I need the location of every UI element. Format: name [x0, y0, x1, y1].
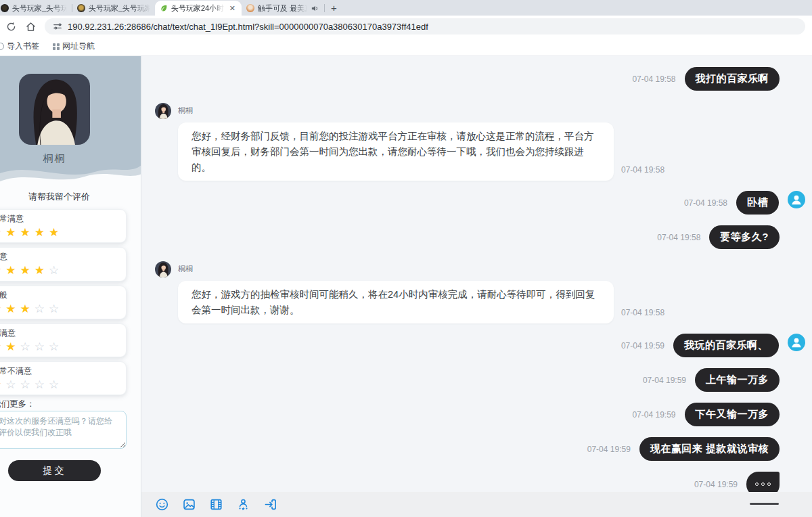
star-empty-icon[interactable]: ☆	[20, 340, 35, 353]
typing-indicator[interactable]	[746, 472, 780, 492]
star-filled-icon[interactable]: ★	[20, 226, 35, 239]
agent-avatar-photo	[19, 74, 90, 145]
browser-toolbar: 190.92.231.26:28686/chat/text/chat_1l9Ep…	[0, 16, 812, 37]
rating-card[interactable]: 一般★★★☆☆	[0, 286, 127, 319]
browser-tab-1[interactable]: 头号玩家_头号玩家游	[0, 1, 72, 16]
star-empty-icon[interactable]: ☆	[49, 302, 63, 315]
chat-composer-toolbar	[141, 492, 812, 517]
timestamp: 07-04 19:59	[694, 480, 738, 489]
user-message-row: 07-04 19:59我玩的百家乐啊、	[141, 334, 812, 357]
star-filled-icon[interactable]: ★	[20, 264, 35, 277]
star-row: ★☆☆☆☆	[0, 378, 119, 392]
star-filled-icon[interactable]: ★	[35, 264, 49, 277]
new-tab-button[interactable]: +	[325, 2, 343, 16]
star-filled-icon[interactable]: ★	[0, 226, 5, 239]
bookmark-label: 网址导航	[62, 41, 95, 52]
user-avatar-icon	[788, 191, 805, 208]
dark-gold-circle-icon	[77, 4, 85, 12]
agent-name: 桐桐	[19, 152, 90, 165]
star-row: ★★★☆☆	[0, 302, 119, 316]
feedback-textarea[interactable]	[0, 411, 127, 449]
rating-card[interactable]: 非常不满意★☆☆☆☆	[0, 361, 127, 395]
bookmark-import[interactable]: 导入书签	[0, 41, 39, 52]
rating-label: 非常不满意	[0, 365, 119, 377]
tune-icon[interactable]	[53, 22, 62, 31]
star-filled-icon[interactable]: ★	[0, 340, 5, 353]
timestamp: 07-04 19:58	[621, 308, 664, 317]
rating-card-list: 非常满意★★★★★满意★★★★☆一般★★★☆☆不满意★★☆☆☆非常不满意★☆☆☆…	[0, 209, 127, 395]
star-empty-icon[interactable]: ☆	[5, 378, 20, 391]
timestamp: 07-04 19:59	[587, 445, 631, 454]
user-avatar-icon	[788, 334, 805, 351]
star-row: ★★☆☆☆	[0, 340, 119, 354]
rating-card[interactable]: 非常满意★★★★★	[0, 209, 127, 243]
star-filled-icon[interactable]: ★	[5, 264, 20, 277]
refresh-icon[interactable]	[5, 21, 17, 32]
user-bubble[interactable]: 现在赢回来 提款就说审核	[639, 437, 780, 461]
agent-bubble[interactable]: 您好，经财务部门反馈，目前您的投注游戏平台方正在审核，请放心这是正常的流程，平台…	[178, 122, 614, 181]
agent-name: 桐桐	[178, 264, 664, 274]
user-bubble[interactable]: 我打的百家乐啊	[685, 67, 780, 91]
timestamp: 07-04 19:58	[684, 198, 727, 208]
star-row: ★★★★☆	[0, 263, 119, 277]
submit-button[interactable]: 提交	[8, 460, 101, 481]
star-filled-icon[interactable]: ★	[0, 302, 5, 315]
star-empty-icon[interactable]: ☆	[20, 378, 35, 391]
message-list[interactable]: 07-04 19:58我打的百家乐啊桐桐您好，经财务部门反馈，目前您的投注游戏平…	[141, 56, 812, 492]
agent-bubble[interactable]: 您好，游戏方的抽检审核时间可能稍久，将在24小时内审核完成，请耐心等待即可，得到…	[178, 281, 614, 323]
emoji-icon[interactable]	[155, 497, 169, 512]
bookmark-nav[interactable]: 网址导航	[53, 41, 95, 52]
user-message-row: 07-04 19:59下午又输一万多	[141, 403, 812, 426]
video-icon[interactable]	[209, 497, 223, 512]
home-icon[interactable]	[25, 21, 37, 32]
rating-prompt: 请帮我留个评价	[28, 191, 90, 203]
rating-card[interactable]: 不满意★★☆☆☆	[0, 323, 127, 357]
rating-sidebar: 桐桐 请帮我留个评价 非常满意★★★★★满意★★★★☆一般★★★☆☆不满意★★☆…	[0, 56, 141, 517]
user-bubble[interactable]: 我玩的百家乐啊、	[673, 334, 779, 357]
close-tab-icon[interactable]: ✕	[228, 4, 237, 13]
tab-audio-speaker-icon[interactable]	[311, 4, 319, 13]
star-empty-icon[interactable]: ☆	[49, 340, 63, 353]
browser-tab-4[interactable]: 触手可及 最美真人	[242, 1, 324, 16]
star-filled-icon[interactable]: ★	[5, 302, 20, 315]
orange-circle-icon	[246, 4, 254, 12]
agent-message-row: 桐桐您好，游戏方的抽检审核时间可能稍久，将在24小时内审核完成，请耐心等待即可，…	[141, 260, 812, 323]
star-empty-icon[interactable]: ☆	[35, 378, 49, 391]
star-filled-icon[interactable]: ★	[35, 226, 49, 239]
bookmark-label: 导入书签	[7, 41, 39, 52]
browser-tab-3-active[interactable]: 头号玩家24小时在 ✕	[155, 1, 242, 16]
exit-icon[interactable]	[263, 497, 277, 512]
user-bubble[interactable]: 要等多久?	[709, 225, 780, 249]
star-empty-icon[interactable]: ☆	[49, 378, 63, 391]
user-bubble[interactable]: 上午输一万多	[695, 368, 780, 392]
user-message-row: 07-04 19:59	[141, 472, 812, 492]
star-filled-icon[interactable]: ★	[20, 302, 35, 315]
agent-message-body: 桐桐您好，经财务部门反馈，目前您的投注游戏平台方正在审核，请放心这是正常的流程，…	[178, 102, 664, 181]
url-text: 190.92.231.26:28686/chat/text/chat_1l9Ep…	[68, 22, 428, 32]
star-row: ★★★★★	[0, 225, 119, 240]
star-empty-icon[interactable]: ☆	[35, 302, 49, 315]
dark-circle-icon	[1, 4, 9, 12]
user-bubble[interactable]: 卧槽	[736, 191, 779, 215]
star-filled-icon[interactable]: ★	[0, 264, 5, 277]
rating-label: 满意	[0, 251, 119, 263]
star-filled-icon[interactable]: ★	[49, 226, 63, 239]
rating-card[interactable]: 满意★★★★☆	[0, 247, 127, 281]
rate-service-icon[interactable]	[236, 497, 250, 512]
star-empty-icon[interactable]: ☆	[35, 340, 49, 353]
user-bubble[interactable]: 下午又输一万多	[685, 403, 780, 426]
feedback-label: 告诉我们更多：	[0, 399, 141, 410]
tab-title: 头号玩家24小时在	[171, 3, 225, 14]
star-filled-icon[interactable]: ★	[5, 340, 20, 353]
browser-tab-strip: 头号玩家_头号玩家游 头号玩家_头号玩家游 头号玩家24小时在 ✕ 触手可及 最…	[0, 0, 812, 16]
page-content: 桐桐 请帮我留个评价 非常满意★★★★★满意★★★★☆一般★★★☆☆不满意★★☆…	[0, 56, 812, 517]
image-icon[interactable]	[182, 497, 196, 512]
address-bar[interactable]: 190.92.231.26:28686/chat/text/chat_1l9Ep…	[45, 18, 805, 35]
star-filled-icon[interactable]: ★	[0, 378, 5, 391]
star-empty-icon[interactable]: ☆	[49, 264, 63, 277]
timestamp: 07-04 19:59	[632, 410, 675, 420]
star-filled-icon[interactable]: ★	[5, 226, 20, 239]
browser-tab-2[interactable]: 头号玩家_头号玩家游	[72, 1, 155, 16]
rating-label: 非常满意	[0, 213, 119, 225]
timestamp: 07-04 19:58	[632, 74, 675, 84]
